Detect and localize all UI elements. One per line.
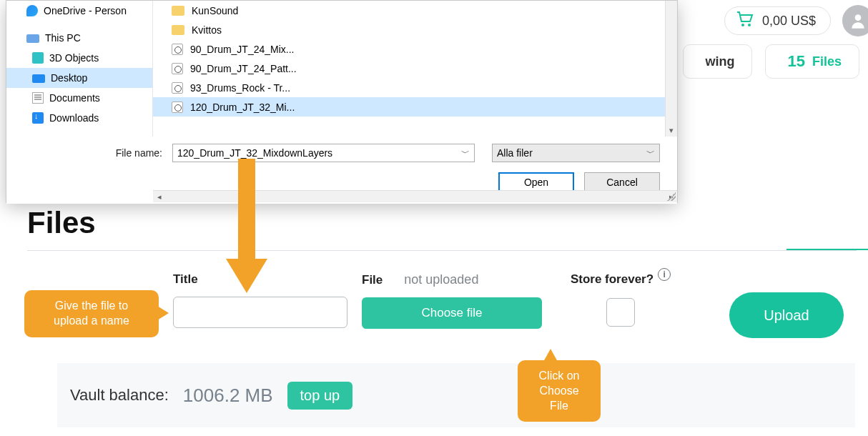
callout-choose-line2: Choose File (529, 384, 589, 414)
file-name: 93_Drums_Rock - Tr... (190, 82, 290, 94)
cube-icon (32, 52, 44, 64)
filename-value: 120_Drum_JT_32_MixdownLayers (177, 147, 332, 159)
audio-file-icon (172, 101, 183, 113)
callout-title-line1: Give the file to (36, 299, 147, 314)
nav-documents-label: Documents (49, 92, 100, 104)
audio-file-icon (172, 63, 183, 74)
nav-documents[interactable]: Documents (6, 88, 152, 108)
svg-point-0 (741, 24, 744, 26)
file-name: 120_Drum_JT_32_Mi... (190, 101, 295, 113)
open-button[interactable]: Open (498, 172, 574, 192)
balance-label: Vault balance: (70, 386, 169, 405)
file-row[interactable]: 90_Drum_JT_24_Mix... (153, 39, 677, 59)
svg-point-2 (855, 14, 862, 21)
files-pill-label: Files (812, 54, 842, 69)
file-row[interactable]: 93_Drums_Rock - Tr... (153, 78, 677, 97)
folder-row[interactable]: KunSound (153, 1, 677, 20)
nav-desktop-label: Desktop (51, 72, 87, 84)
nav-thispc-label: This PC (45, 32, 81, 44)
choose-file-button[interactable]: Choose file (362, 297, 542, 329)
cart-widget[interactable]: 0,00 US$ (724, 6, 831, 35)
filename-input[interactable]: 120_Drum_JT_32_MixdownLayers ﹀ (172, 144, 475, 162)
documents-icon (32, 92, 44, 104)
nav-thispc[interactable]: This PC (6, 28, 152, 48)
file-open-dialog: OneDrive - Person This PC 3D Objects Des… (6, 0, 678, 203)
vault-balance-bar: Vault balance: 1006.2 MB top up (57, 363, 855, 427)
chevron-down-icon[interactable]: ﹀ (461, 147, 470, 159)
onedrive-icon (26, 5, 38, 16)
file-column: File not uploaded Choose file (362, 272, 542, 329)
store-forever-checkbox[interactable] (606, 298, 635, 327)
callout-choose-line1: Click on (529, 369, 589, 384)
dialog-nav-pane: OneDrive - Person This PC 3D Objects Des… (6, 1, 153, 137)
files-pill[interactable]: 15 Files (765, 44, 859, 79)
chevron-down-icon[interactable]: ﹀ (646, 147, 655, 159)
filename-label: File name: (24, 147, 167, 159)
vertical-scrollbar[interactable]: ▾ (665, 1, 677, 137)
file-row-selected[interactable]: 120_Drum_JT_32_Mi... (153, 97, 677, 117)
following-label: wing (705, 54, 734, 69)
balance-value: 1006.2 MB (183, 385, 273, 407)
store-forever-label: Store forever? (571, 272, 654, 287)
nav-3dobjects[interactable]: 3D Objects (6, 48, 152, 68)
scroll-down-icon[interactable]: ▾ (666, 124, 677, 137)
file-row[interactable]: 90_Drum_JT_24_Patt... (153, 59, 677, 78)
cart-icon (736, 11, 754, 30)
nav-downloads-label: Downloads (49, 112, 99, 124)
file-name: 90_Drum_JT_24_Mix... (190, 44, 295, 55)
file-name: KunSound (192, 5, 238, 16)
file-name: 90_Drum_JT_24_Patt... (190, 63, 297, 74)
stat-pills: wing 15 Files (683, 44, 859, 79)
file-name: Kvittos (192, 24, 222, 36)
store-column: Store forever? i (556, 272, 685, 327)
upload-button[interactable]: Upload (729, 292, 844, 338)
svg-point-1 (748, 24, 751, 26)
pc-icon (26, 34, 39, 43)
callout-title: Give the file to upload a name (24, 290, 159, 337)
downloads-icon (32, 112, 44, 124)
dialog-file-list: KunSound Kvittos 90_Drum_JT_24_Mix... 90… (153, 1, 677, 137)
nav-desktop[interactable]: Desktop (6, 68, 152, 88)
cancel-button[interactable]: Cancel (584, 172, 660, 192)
callout-choosefile: Click on Choose File (518, 360, 601, 422)
upload-column: Upload (729, 272, 851, 338)
callout-title-line2: upload a name (36, 314, 147, 329)
file-label: File (362, 273, 383, 287)
folder-row[interactable]: Kvittos (153, 20, 677, 39)
audio-file-icon (172, 82, 183, 94)
folder-icon (172, 6, 184, 16)
files-count: 15 (787, 52, 804, 71)
nav-3d-label: 3D Objects (49, 52, 99, 64)
title-input[interactable] (173, 297, 347, 328)
audio-file-icon (172, 44, 183, 55)
page-topbar: 0,00 US$ (724, 0, 868, 41)
nav-onedrive[interactable]: OneDrive - Person (6, 1, 152, 21)
scroll-left-icon[interactable]: ◂ (153, 191, 165, 203)
nav-downloads[interactable]: Downloads (6, 108, 152, 128)
topup-button[interactable]: top up (287, 382, 353, 410)
filter-value: Alla filer (497, 147, 533, 159)
upload-status: not uploaded (404, 272, 478, 287)
following-pill[interactable]: wing (683, 44, 752, 79)
cart-total: 0,00 US$ (762, 14, 816, 29)
annotation-arrow (222, 159, 272, 297)
info-icon[interactable]: i (658, 268, 671, 281)
nav-onedrive-label: OneDrive - Person (44, 5, 127, 17)
resize-grip[interactable] (667, 192, 676, 201)
filetype-filter[interactable]: Alla filer ﹀ (492, 144, 660, 162)
folder-icon (172, 25, 184, 35)
page-title: Files (0, 203, 868, 250)
desktop-icon (32, 74, 45, 83)
avatar[interactable] (842, 5, 868, 36)
heading-divider (27, 250, 857, 251)
